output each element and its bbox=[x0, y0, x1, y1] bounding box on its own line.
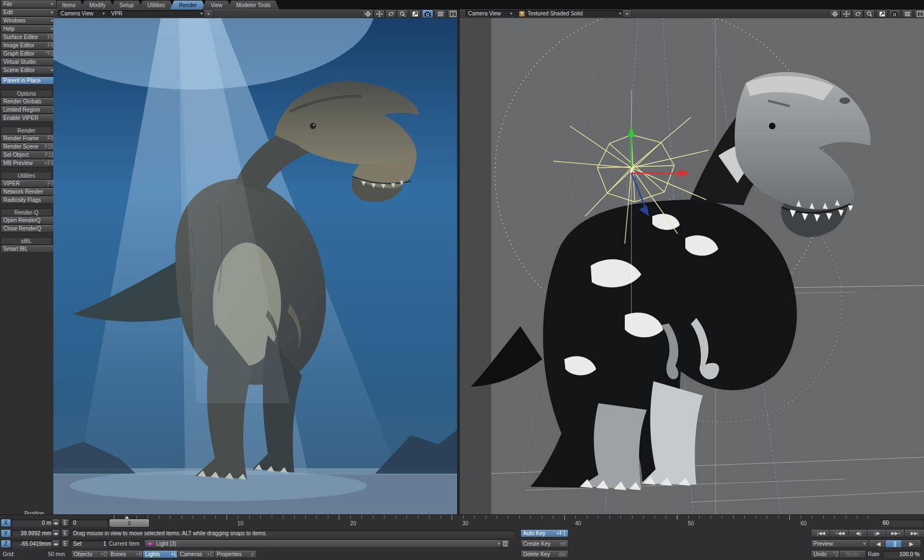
x-envelope-button[interactable]: E bbox=[62, 519, 69, 526]
tab-view[interactable]: View bbox=[202, 1, 232, 9]
limited-region-button[interactable]: Limited Regionl bbox=[1, 106, 56, 113]
smart-ibl-button[interactable]: Smart IBL bbox=[1, 245, 56, 252]
menu-edit[interactable]: Edit▼ bbox=[1, 9, 56, 16]
viper-button[interactable]: VIPERF7 bbox=[1, 180, 56, 187]
rotate-view-icon[interactable] bbox=[386, 10, 396, 18]
previous-key-button[interactable]: +◀◀ bbox=[830, 530, 850, 537]
delete-key-button[interactable]: Delete Keydel bbox=[521, 551, 568, 558]
render-globals-button[interactable]: Render Globals bbox=[1, 98, 56, 105]
preview-dropdown[interactable]: Preview▼ bbox=[811, 540, 868, 547]
zoom-view-icon[interactable] bbox=[397, 10, 408, 18]
parent-in-place-button[interactable]: Parent in Place bbox=[1, 77, 56, 84]
open-renderq-button[interactable]: Open RenderQ bbox=[1, 217, 56, 224]
y-axis-button[interactable]: Y bbox=[1, 530, 10, 537]
left-render-mode-dropdown[interactable]: VPR▼ bbox=[108, 10, 206, 17]
current-item-dropdown[interactable]: Light (3) ▼ bbox=[145, 540, 503, 547]
tab-render[interactable]: Render bbox=[170, 1, 206, 9]
render-frame-button[interactable]: Render FrameF9 bbox=[1, 135, 56, 142]
viewport-divider[interactable] bbox=[457, 9, 460, 514]
tick-label: 60 bbox=[797, 520, 810, 526]
x-axis-button[interactable]: X bbox=[1, 519, 10, 526]
undo-button[interactable]: Undo^Z bbox=[811, 551, 841, 558]
camera-frame-band bbox=[460, 18, 491, 514]
menu-windows[interactable]: Windows▼ bbox=[1, 17, 56, 24]
fit-view-icon[interactable] bbox=[410, 10, 420, 18]
mb-preview-button[interactable]: MB Preview+F9 bbox=[1, 160, 56, 167]
y-envelope-button[interactable]: E bbox=[62, 530, 69, 537]
left-viewport-options-dropdown[interactable]: ▼ bbox=[204, 10, 213, 18]
pause-button[interactable]: || bbox=[886, 540, 904, 547]
menu-help[interactable]: Help▼ bbox=[1, 25, 56, 32]
tab-setup[interactable]: Setup bbox=[111, 1, 142, 9]
graph-editor-button[interactable]: Graph Editor^F2 bbox=[1, 50, 56, 57]
radiosity-flags-button[interactable]: Radiosity Flags bbox=[1, 196, 56, 204]
viewport-menu-icon[interactable] bbox=[902, 10, 912, 18]
center-item-icon[interactable] bbox=[829, 10, 840, 18]
virtual-studio-button[interactable]: Virtual Studio bbox=[1, 58, 56, 65]
end-frame-field[interactable]: 60 bbox=[881, 519, 924, 526]
step-forward-button[interactable]: ||▶ bbox=[867, 530, 887, 537]
right-viewport[interactable] bbox=[460, 18, 924, 514]
enable-viper-button[interactable]: Enable VIPER bbox=[1, 114, 56, 122]
tick-label: 30 bbox=[459, 520, 472, 526]
viewport-menu-icon[interactable] bbox=[435, 10, 446, 18]
center-item-icon[interactable] bbox=[362, 10, 373, 18]
go-to-first-frame-button[interactable]: |◀◀ bbox=[811, 530, 831, 537]
auto-key-button[interactable]: Auto Key+F1 bbox=[521, 530, 568, 537]
z-nudge-button[interactable]: ◀▶ bbox=[52, 540, 59, 547]
image-editor-button[interactable]: Image EditorF6 bbox=[1, 42, 56, 49]
x-position-field[interactable]: 0 m bbox=[12, 519, 53, 526]
x-nudge-button[interactable]: ◀▶ bbox=[52, 519, 59, 526]
rate-field[interactable]: 100.0 % bbox=[883, 551, 922, 558]
objects-mode-button[interactable]: Objects+O bbox=[72, 551, 110, 558]
render-scene-button[interactable]: Render SceneF10 bbox=[1, 143, 56, 150]
item-properties-panel-button[interactable] bbox=[501, 540, 509, 547]
right-viewport-options-dropdown[interactable]: ▼ bbox=[623, 10, 631, 18]
tab-utilities[interactable]: Utilities bbox=[139, 1, 174, 9]
current-frame-field[interactable]: 0 bbox=[71, 519, 108, 526]
expand-viewport-icon[interactable] bbox=[915, 10, 924, 18]
z-axis-button[interactable]: Z bbox=[1, 540, 10, 547]
rotate-view-icon[interactable] bbox=[853, 10, 863, 18]
y-position-field[interactable]: 39.9992 mm bbox=[12, 530, 53, 537]
right-view-mode-dropdown[interactable]: Camera View▼ bbox=[465, 10, 516, 17]
z-envelope-button[interactable]: E bbox=[62, 540, 69, 547]
camera-view-icon[interactable] bbox=[889, 10, 900, 18]
zoom-view-icon[interactable] bbox=[864, 10, 875, 18]
play-reverse-button[interactable]: ◀ bbox=[869, 540, 888, 547]
cameras-mode-button[interactable]: Cameras+C bbox=[178, 551, 216, 558]
tick-label: 20 bbox=[346, 520, 360, 526]
step-back-button[interactable]: ◀|| bbox=[849, 530, 868, 537]
left-viewport[interactable] bbox=[53, 18, 457, 514]
tab-modeler-tools[interactable]: Modeler Tools bbox=[228, 1, 279, 9]
camera-view-icon[interactable] bbox=[422, 10, 433, 18]
close-renderq-button[interactable]: Close RenderQ bbox=[1, 225, 56, 232]
right-render-mode-dropdown[interactable]: T Textured Shaded Solid ▼ bbox=[516, 10, 625, 17]
pan-view-icon[interactable] bbox=[374, 10, 384, 18]
lights-mode-button[interactable]: Lights+L bbox=[143, 551, 179, 558]
tab-modify[interactable]: Modify bbox=[80, 1, 114, 9]
sel-object-button[interactable]: Sel ObjectF11 bbox=[1, 151, 56, 158]
bones-mode-button[interactable]: Bones+B bbox=[108, 551, 145, 558]
menu-file[interactable]: File▼ bbox=[1, 1, 56, 8]
fit-view-icon[interactable] bbox=[877, 10, 887, 18]
y-nudge-button[interactable]: ◀▶ bbox=[52, 530, 59, 537]
scene-editor-button[interactable]: Scene Editor▼ bbox=[1, 67, 56, 74]
pan-view-icon[interactable] bbox=[841, 10, 851, 18]
go-to-last-frame-button[interactable]: ▶▶| bbox=[905, 530, 924, 537]
left-viewport-header: Camera View▼ VPR▼ ▼ bbox=[53, 9, 457, 18]
tab-items[interactable]: Items bbox=[53, 1, 84, 9]
surface-editor-button[interactable]: Surface EditorF5 bbox=[1, 34, 56, 41]
redo-button[interactable]: Redo bbox=[839, 551, 866, 558]
next-key-button[interactable]: ▶▶+ bbox=[886, 530, 906, 537]
left-view-mode-dropdown[interactable]: Camera View▼ bbox=[58, 10, 108, 17]
properties-button[interactable]: Propertiesp bbox=[215, 551, 256, 558]
section-header-options: Options bbox=[1, 90, 52, 97]
play-forward-button[interactable]: ▶ bbox=[902, 540, 921, 547]
chevron-down-icon: ▼ bbox=[618, 12, 622, 15]
chevron-down-icon: ▼ bbox=[497, 542, 501, 546]
create-key-button[interactable]: Create Keyret bbox=[521, 540, 568, 547]
z-position-field[interactable]: -65.0419mm bbox=[12, 540, 53, 547]
timeline-slider-handle[interactable]: 0 bbox=[109, 519, 149, 527]
network-render-button[interactable]: Network Render bbox=[1, 188, 56, 195]
